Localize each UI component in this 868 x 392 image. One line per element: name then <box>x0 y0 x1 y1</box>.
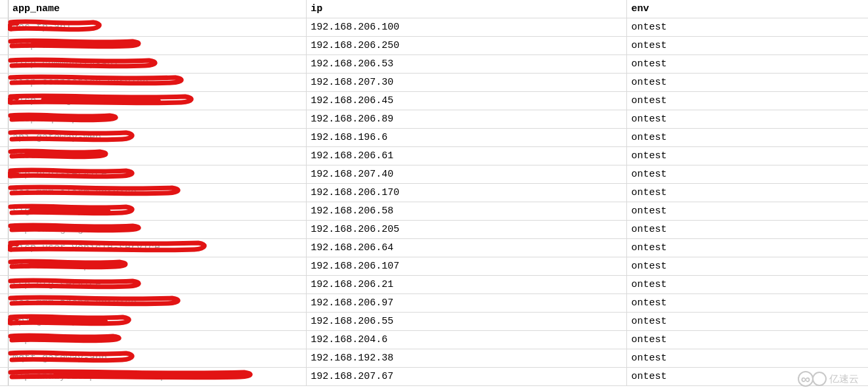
cell-ip[interactable]: 192.168.206.55 <box>307 313 627 330</box>
cell-env[interactable]: ontest <box>627 74 868 91</box>
cell-env[interactable]: ontest <box>627 257 868 275</box>
cell-ip[interactable]: 192.168.207.40 <box>307 165 627 183</box>
gutter <box>0 18 9 36</box>
cell-env[interactable]: ontest <box>627 110 868 128</box>
app-name-text: dip-analysis-prescan-basepulse <box>12 371 190 382</box>
cell-app-name[interactable]: aisp-management-service <box>9 92 307 110</box>
table-row[interactable]: aisp-management-service192.168.206.45ont… <box>0 92 868 110</box>
watermark: ∞ 亿速云 <box>798 371 859 387</box>
table-row[interactable]: bes-mmm-alarm-service192.168.206.170onte… <box>0 184 868 202</box>
cell-env[interactable]: ontest <box>627 55 868 73</box>
table-row[interactable]: api-gateway-mgnt192.168.206.55ontest <box>0 313 868 331</box>
app-name-text: ssp-hsdi-service <box>12 169 107 180</box>
cell-app-name[interactable]: ssp-vb-service <box>9 331 307 349</box>
cell-env[interactable]: ontest <box>627 147 868 165</box>
cell-app-name[interactable]: api-gateway-mgnt <box>9 313 307 330</box>
table-row[interactable]: api-gateway-web192.168.196.6ontest <box>0 129 868 147</box>
table-row[interactable]: aisp-vqa-api192.168.206.89ontest <box>0 110 868 129</box>
cell-app-name[interactable]: aisp-connection-service <box>9 74 307 91</box>
table-row[interactable]: aisp-community-api192.168.206.53ontest <box>0 55 868 74</box>
cell-ip[interactable]: 192.168.206.170 <box>307 184 627 202</box>
cell-app-name[interactable]: api-gateway-web <box>9 129 307 146</box>
cell-app-name[interactable]: bes-mmm-alarm-service <box>9 184 307 202</box>
app-name-text: api-gateway-mgnt <box>12 316 107 327</box>
cell-ip[interactable]: 192.168.206.53 <box>307 55 627 73</box>
app-name-text: ssp-cfg-service <box>12 279 101 290</box>
gutter <box>0 276 9 294</box>
cell-env[interactable]: ontest <box>627 184 868 202</box>
cell-ip[interactable]: 192.168.196.6 <box>307 129 627 146</box>
cell-ip[interactable]: 192.168.206.100 <box>307 18 627 36</box>
spreadsheet-table: app_name ip env bes-tp-api192.168.206.10… <box>0 0 868 386</box>
cell-env[interactable]: ontest <box>627 165 868 183</box>
cell-env[interactable]: ontest <box>627 18 868 36</box>
cell-app-name[interactable]: aisp-community-api <box>9 55 307 73</box>
table-row[interactable]: mqtt-gateway-app192.168.192.38ontest <box>0 349 868 368</box>
cell-ip[interactable]: 192.168.204.6 <box>307 331 627 349</box>
cell-ip[interactable]: 192.168.207.67 <box>307 368 627 385</box>
cell-env[interactable]: ontest <box>627 202 868 220</box>
table-row[interactable]: aisp-connection-service192.168.207.30ont… <box>0 74 868 92</box>
cell-env[interactable]: ontest <box>627 92 868 110</box>
gutter <box>0 0 9 18</box>
table-row[interactable]: msl-refund-api192.168.206.107ontest <box>0 257 868 276</box>
cell-app-name[interactable]: bes-tp-api <box>9 18 307 36</box>
cell-app-name[interactable]: ssp-cfg-service <box>9 276 307 294</box>
gutter <box>0 37 9 54</box>
cell-ip[interactable]: 192.168.206.107 <box>307 257 627 275</box>
cell-app-name[interactable]: mqtt-gateway-app <box>9 349 307 367</box>
cell-ip[interactable]: 192.168.206.45 <box>307 92 627 110</box>
table-row[interactable]: ssp-charging-web192.168.206.205ontest <box>0 221 868 239</box>
cell-app-name[interactable]: saes-reserve <box>9 147 307 165</box>
cell-ip[interactable]: 192.168.192.38 <box>307 349 627 367</box>
cell-app-name[interactable]: aisp-vqa-api <box>9 110 307 128</box>
cell-env[interactable]: ontest <box>627 37 868 54</box>
gutter <box>0 331 9 349</box>
cell-env[interactable]: ontest <box>627 276 868 294</box>
table-row[interactable]: signal-analysis192.168.206.58ontest <box>0 202 868 221</box>
gutter <box>0 368 9 385</box>
cell-ip[interactable]: 192.168.206.64 <box>307 239 627 257</box>
cell-app-name[interactable]: signal-analysis <box>9 202 307 220</box>
cell-ip[interactable]: 192.168.206.21 <box>307 276 627 294</box>
gutter <box>0 257 9 275</box>
cell-app-name[interactable]: ssp-hsdi-service <box>9 165 307 183</box>
table-row[interactable]: aisp-user-vehicle-service192.168.206.64o… <box>0 239 868 257</box>
gutter <box>0 110 9 128</box>
header-env[interactable]: env <box>627 0 868 18</box>
cell-ip[interactable]: 192.168.206.205 <box>307 221 627 238</box>
cell-app-name[interactable]: dip-analysis-prescan-basepulse <box>9 368 307 385</box>
cell-env[interactable]: ontest <box>627 313 868 330</box>
header-ip[interactable]: ip <box>307 0 627 18</box>
cell-ip[interactable]: 192.168.207.30 <box>307 74 627 91</box>
app-name-text: aisp-user-vehicle-service <box>12 242 160 253</box>
cell-ip[interactable]: 192.168.206.250 <box>307 37 627 54</box>
table-row[interactable]: ssp-cfg-service192.168.206.21ontest <box>0 276 868 294</box>
cell-app-name[interactable]: aisp-auth-service <box>9 37 307 54</box>
cell-env[interactable]: ontest <box>627 239 868 257</box>
cell-ip[interactable]: 192.168.206.58 <box>307 202 627 220</box>
table-row[interactable]: ssp-hsdi-service192.168.207.40ontest <box>0 165 868 184</box>
table-row[interactable]: dip-analysis-prescan-basepulse192.168.20… <box>0 368 868 386</box>
cell-app-name[interactable]: ssp-charging-web <box>9 221 307 238</box>
cell-ip[interactable]: 192.168.206.97 <box>307 294 627 312</box>
table-row[interactable]: ssp-vb-service192.168.204.6ontest <box>0 331 868 349</box>
table-row[interactable]: aisp-auth-service192.168.206.250ontest <box>0 37 868 55</box>
gutter <box>0 349 9 367</box>
cell-env[interactable]: ontest <box>627 331 868 349</box>
table-row[interactable]: bes-mmm-trend-service192.168.206.97ontes… <box>0 294 868 313</box>
gutter <box>0 239 9 257</box>
cell-env[interactable]: ontest <box>627 349 868 367</box>
cell-app-name[interactable]: msl-refund-api <box>9 257 307 275</box>
header-app-name[interactable]: app_name <box>9 0 307 18</box>
cell-app-name[interactable]: bes-mmm-trend-service <box>9 294 307 312</box>
cell-env[interactable]: ontest <box>627 221 868 238</box>
cell-env[interactable]: ontest <box>627 129 868 146</box>
table-row[interactable]: saes-reserve192.168.206.61ontest <box>0 147 868 165</box>
cell-ip[interactable]: 192.168.206.89 <box>307 110 627 128</box>
cell-app-name[interactable]: aisp-user-vehicle-service <box>9 239 307 257</box>
rows-container: bes-tp-api192.168.206.100ontestaisp-auth… <box>0 18 868 386</box>
cell-env[interactable]: ontest <box>627 294 868 312</box>
cell-ip[interactable]: 192.168.206.61 <box>307 147 627 165</box>
table-row[interactable]: bes-tp-api192.168.206.100ontest <box>0 18 868 37</box>
